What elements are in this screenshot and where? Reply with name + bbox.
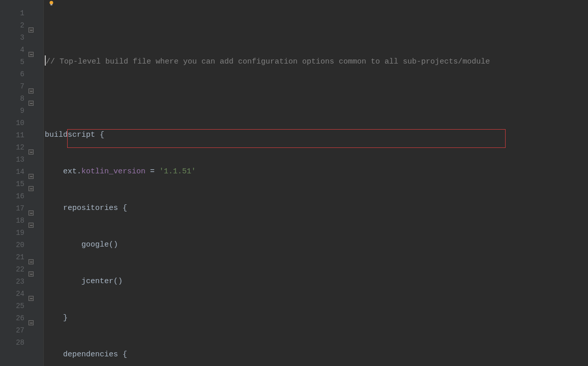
gutter: 1 2 3 4 5 6 7 8 9 10 11 12 13 14 15 16 1… (0, 0, 44, 366)
line-number: 10 (6, 117, 24, 129)
line-number: 5 (6, 56, 24, 68)
fold-toggle-icon[interactable] (28, 296, 34, 301)
fold-toggle-icon[interactable] (28, 223, 34, 228)
line-number: 20 (6, 239, 24, 251)
code-line: ext.kotlin_version = '1.1.51' (45, 166, 588, 178)
text-cursor (45, 55, 46, 66)
svg-point-0 (50, 1, 53, 5)
fold-toggle-icon[interactable] (28, 271, 34, 277)
line-number: 8 (6, 93, 24, 105)
line-numbers: 1 2 3 4 5 6 7 8 9 10 11 12 13 14 15 16 1… (6, 0, 27, 366)
line-number: 2 (6, 19, 24, 32)
line-number: 17 (6, 202, 24, 215)
line-number: 28 (6, 337, 24, 349)
line-number: 23 (6, 276, 24, 288)
line-number: 22 (6, 263, 24, 276)
line-number: 11 (6, 129, 24, 141)
line-number: 16 (6, 190, 24, 202)
code-editor[interactable]: 1 2 3 4 5 6 7 8 9 10 11 12 13 14 15 16 1… (0, 0, 588, 366)
fold-toggle-icon[interactable] (28, 174, 34, 179)
line-number: 9 (6, 105, 24, 117)
line-number: 1 (6, 7, 24, 19)
line-number: 7 (6, 80, 24, 93)
line-number: 21 (6, 251, 24, 263)
fold-toggle-icon[interactable] (28, 186, 34, 191)
line-number: 25 (6, 300, 24, 312)
fold-toggle-icon[interactable] (28, 259, 34, 264)
line-number: 14 (6, 166, 24, 178)
line-number: 15 (6, 178, 24, 190)
fold-toggle-icon[interactable] (28, 52, 34, 57)
gutter-marks-column (0, 0, 6, 366)
code-content[interactable]: // Top-level build file where you can ad… (44, 0, 588, 366)
code-line: dependencies { (45, 349, 588, 361)
code-line: google() (45, 239, 588, 251)
line-number: 26 (6, 312, 24, 324)
intention-bulb-icon[interactable] (48, 0, 55, 7)
fold-toggle-icon[interactable] (28, 27, 34, 33)
fold-toggle-icon[interactable] (28, 149, 34, 155)
svg-rect-1 (50, 4, 52, 6)
code-line: jcenter() (45, 276, 588, 288)
line-number: 6 (6, 68, 24, 80)
fold-toggle-icon[interactable] (28, 101, 34, 106)
code-line: // Top-level build file where you can ad… (45, 56, 588, 68)
line-number: 18 (6, 215, 24, 227)
fold-toggle-icon[interactable] (28, 88, 34, 94)
code-line: } (45, 312, 588, 324)
code-line (45, 93, 588, 105)
code-line: buildscript { (45, 129, 588, 141)
line-number: 19 (6, 227, 24, 239)
line-number: 27 (6, 324, 24, 337)
line-number: 3 (6, 32, 24, 44)
line-number: 12 (6, 141, 24, 154)
line-number: 4 (6, 44, 24, 56)
code-line: repositories { (45, 202, 588, 215)
line-number: 13 (6, 154, 24, 166)
line-number: 24 (6, 288, 24, 300)
fold-toggle-icon[interactable] (28, 210, 34, 216)
fold-column (27, 0, 37, 366)
fold-toggle-icon[interactable] (28, 320, 34, 325)
